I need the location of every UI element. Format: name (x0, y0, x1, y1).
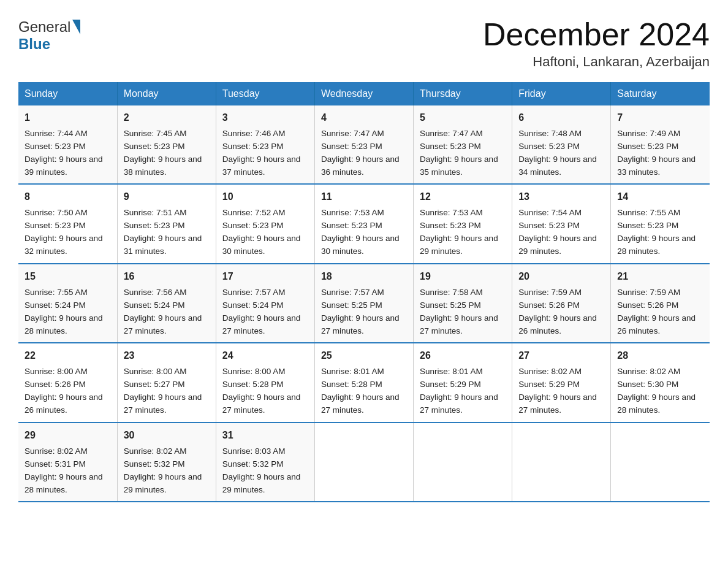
calendar-cell: 7Sunrise: 7:49 AMSunset: 5:23 PMDaylight… (611, 105, 710, 184)
page-header: General Blue December 2024 Haftoni, Lank… (18, 18, 710, 70)
calendar-week-row: 22Sunrise: 8:00 AMSunset: 5:26 PMDayligh… (18, 343, 710, 422)
day-number: 14 (617, 190, 703, 205)
calendar-cell: 4Sunrise: 7:47 AMSunset: 5:23 PMDaylight… (314, 105, 413, 184)
calendar-week-row: 8Sunrise: 7:50 AMSunset: 5:23 PMDaylight… (18, 184, 710, 263)
logo: General Blue (18, 18, 81, 52)
calendar-table: SundayMondayTuesdayWednesdayThursdayFrid… (18, 82, 710, 502)
day-number: 9 (124, 190, 210, 205)
calendar-week-row: 15Sunrise: 7:55 AMSunset: 5:24 PMDayligh… (18, 264, 710, 343)
calendar-day-header: Thursday (414, 82, 512, 105)
logo-triangle-icon (72, 20, 80, 34)
calendar-header-row: SundayMondayTuesdayWednesdayThursdayFrid… (18, 82, 710, 105)
calendar-title: December 2024 (483, 18, 710, 50)
calendar-cell: 2Sunrise: 7:45 AMSunset: 5:23 PMDaylight… (117, 105, 216, 184)
day-number: 12 (420, 190, 506, 205)
calendar-cell: 22Sunrise: 8:00 AMSunset: 5:26 PMDayligh… (18, 343, 117, 422)
calendar-cell: 9Sunrise: 7:51 AMSunset: 5:23 PMDaylight… (117, 184, 216, 263)
calendar-cell: 26Sunrise: 8:01 AMSunset: 5:29 PMDayligh… (414, 343, 512, 422)
day-number: 29 (25, 428, 111, 443)
day-number: 28 (617, 348, 703, 364)
calendar-cell (314, 423, 413, 502)
day-number: 7 (617, 110, 703, 126)
day-number: 11 (321, 190, 407, 205)
logo-text: General Blue (18, 18, 81, 52)
calendar-day-header: Friday (512, 82, 611, 105)
calendar-day-header: Saturday (611, 82, 710, 105)
day-number: 4 (321, 110, 407, 126)
day-number: 5 (420, 110, 506, 126)
day-number: 17 (222, 269, 308, 285)
day-number: 19 (420, 269, 506, 285)
calendar-cell: 16Sunrise: 7:56 AMSunset: 5:24 PMDayligh… (117, 264, 216, 343)
calendar-day-header: Wednesday (314, 82, 413, 105)
day-number: 31 (222, 428, 308, 443)
calendar-cell: 21Sunrise: 7:59 AMSunset: 5:26 PMDayligh… (611, 264, 710, 343)
day-number: 6 (518, 110, 604, 126)
title-block: December 2024 Haftoni, Lankaran, Azerbai… (483, 18, 710, 70)
calendar-cell: 3Sunrise: 7:46 AMSunset: 5:23 PMDaylight… (216, 105, 314, 184)
calendar-cell (512, 423, 611, 502)
calendar-cell: 20Sunrise: 7:59 AMSunset: 5:26 PMDayligh… (512, 264, 611, 343)
calendar-cell: 30Sunrise: 8:02 AMSunset: 5:32 PMDayligh… (117, 423, 216, 502)
calendar-cell (414, 423, 512, 502)
day-number: 26 (420, 348, 506, 364)
calendar-cell: 15Sunrise: 7:55 AMSunset: 5:24 PMDayligh… (18, 264, 117, 343)
day-number: 24 (222, 348, 308, 364)
day-number: 2 (124, 110, 210, 126)
calendar-cell: 6Sunrise: 7:48 AMSunset: 5:23 PMDaylight… (512, 105, 611, 184)
day-number: 18 (321, 269, 407, 285)
day-number: 3 (222, 110, 308, 126)
calendar-cell: 24Sunrise: 8:00 AMSunset: 5:28 PMDayligh… (216, 343, 314, 422)
day-number: 25 (321, 348, 407, 364)
calendar-cell: 13Sunrise: 7:54 AMSunset: 5:23 PMDayligh… (512, 184, 611, 263)
calendar-cell: 1Sunrise: 7:44 AMSunset: 5:23 PMDaylight… (18, 105, 117, 184)
day-number: 8 (25, 190, 111, 205)
calendar-cell: 25Sunrise: 8:01 AMSunset: 5:28 PMDayligh… (314, 343, 413, 422)
logo-general: General (18, 18, 70, 36)
calendar-week-row: 29Sunrise: 8:02 AMSunset: 5:31 PMDayligh… (18, 423, 710, 502)
calendar-subtitle: Haftoni, Lankaran, Azerbaijan (483, 54, 710, 70)
calendar-cell: 12Sunrise: 7:53 AMSunset: 5:23 PMDayligh… (414, 184, 512, 263)
day-number: 30 (124, 428, 210, 443)
calendar-cell (611, 423, 710, 502)
calendar-cell: 29Sunrise: 8:02 AMSunset: 5:31 PMDayligh… (18, 423, 117, 502)
day-number: 1 (25, 110, 111, 126)
calendar-cell: 14Sunrise: 7:55 AMSunset: 5:23 PMDayligh… (611, 184, 710, 263)
calendar-cell: 5Sunrise: 7:47 AMSunset: 5:23 PMDaylight… (414, 105, 512, 184)
calendar-cell: 17Sunrise: 7:57 AMSunset: 5:24 PMDayligh… (216, 264, 314, 343)
calendar-cell: 27Sunrise: 8:02 AMSunset: 5:29 PMDayligh… (512, 343, 611, 422)
day-number: 23 (124, 348, 210, 364)
calendar-cell: 18Sunrise: 7:57 AMSunset: 5:25 PMDayligh… (314, 264, 413, 343)
day-number: 16 (124, 269, 210, 285)
day-number: 20 (518, 269, 604, 285)
calendar-day-header: Sunday (18, 82, 117, 105)
calendar-cell: 11Sunrise: 7:53 AMSunset: 5:23 PMDayligh… (314, 184, 413, 263)
calendar-cell: 31Sunrise: 8:03 AMSunset: 5:32 PMDayligh… (216, 423, 314, 502)
calendar-day-header: Tuesday (216, 82, 314, 105)
calendar-cell: 8Sunrise: 7:50 AMSunset: 5:23 PMDaylight… (18, 184, 117, 263)
calendar-cell: 23Sunrise: 8:00 AMSunset: 5:27 PMDayligh… (117, 343, 216, 422)
calendar-cell: 19Sunrise: 7:58 AMSunset: 5:25 PMDayligh… (414, 264, 512, 343)
day-number: 13 (518, 190, 604, 205)
logo-blue: Blue (18, 36, 81, 53)
calendar-cell: 10Sunrise: 7:52 AMSunset: 5:23 PMDayligh… (216, 184, 314, 263)
day-number: 22 (25, 348, 111, 364)
day-number: 21 (617, 269, 703, 285)
calendar-cell: 28Sunrise: 8:02 AMSunset: 5:30 PMDayligh… (611, 343, 710, 422)
day-number: 10 (222, 190, 308, 205)
calendar-week-row: 1Sunrise: 7:44 AMSunset: 5:23 PMDaylight… (18, 105, 710, 184)
calendar-day-header: Monday (117, 82, 216, 105)
day-number: 27 (518, 348, 604, 364)
day-number: 15 (25, 269, 111, 285)
